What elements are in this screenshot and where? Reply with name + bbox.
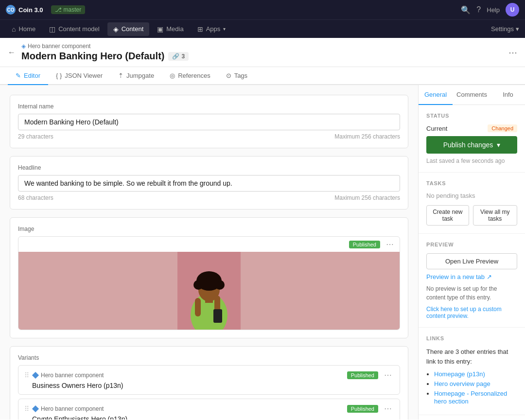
last-saved: Last saved a few seconds ago — [426, 158, 517, 164]
sidebar-tab-general[interactable]: General — [419, 85, 453, 105]
status-changed-badge: Changed — [488, 124, 517, 132]
link-2[interactable]: Homepage - Personalized hero section — [434, 390, 507, 405]
sidebar-tabs: General Comments Info — [419, 85, 525, 105]
variant-type-0: Hero banner component — [33, 372, 104, 379]
tab-json-viewer[interactable]: { } JSON Viewer — [48, 67, 110, 85]
content-icon: ◈ — [113, 25, 119, 33]
image-published-badge: Published — [349, 241, 380, 248]
editor-icon: ✎ — [16, 72, 21, 79]
variant-status-0: Published — [347, 371, 378, 379]
references-icon: ◎ — [170, 72, 175, 79]
status-section: STATUS Current Changed Publish changes ▾… — [419, 105, 525, 173]
variant-title-0: Business Owners Hero (p13n) — [24, 382, 394, 389]
avatar[interactable]: U — [506, 3, 519, 17]
preview-section: PREVIEW Open Live Preview Preview in a n… — [419, 234, 525, 328]
tab-tags[interactable]: ⊙ Tags — [218, 67, 255, 85]
image-more-button[interactable]: ⋯ — [384, 240, 396, 249]
internal-name-input[interactable] — [18, 114, 400, 130]
page-header-info: ◈ Hero banner component Modern Banking H… — [21, 43, 189, 62]
status-row: Current Changed — [426, 124, 517, 132]
more-button[interactable]: ⋯ — [508, 47, 517, 58]
svg-point-7 — [199, 276, 207, 284]
logo[interactable]: CO Coin 3.0 — [6, 5, 43, 15]
link-icon: 🔗 — [172, 53, 179, 60]
sidebar-tab-comments[interactable]: Comments — [453, 85, 491, 105]
right-sidebar: General Comments Info STATUS Current Cha… — [418, 85, 525, 420]
drag-handle-1[interactable]: ⠿ — [24, 405, 29, 413]
topbar-actions: 🔍 ? Help U — [461, 3, 519, 17]
content-area: Internal name 29 characters Maximum 256 … — [0, 85, 418, 420]
variant-item-1: ⠿ Hero banner component Published ⋯ Cryp… — [18, 399, 400, 420]
publish-dropdown-icon: ▾ — [497, 141, 500, 149]
branch-badge[interactable]: ⎇ master — [51, 5, 86, 14]
preview-section-title: PREVIEW — [426, 242, 517, 247]
image-container: Published ⋯ — [18, 236, 400, 330]
topbar: CO Coin 3.0 ⎇ master 🔍 ? Help U — [0, 0, 525, 19]
create-task-button[interactable]: Create new task — [426, 205, 469, 226]
task-actions: Create new task View all my tasks — [426, 205, 517, 226]
image-preview — [18, 252, 400, 330]
main-layout: Internal name 29 characters Maximum 256 … — [0, 85, 525, 420]
breadcrumb-icon: ◈ — [21, 43, 26, 50]
drag-handle-0[interactable]: ⠿ — [24, 371, 29, 379]
home-icon: ⌂ — [12, 25, 16, 33]
logo-icon: CO — [6, 5, 16, 15]
tags-icon: ⊙ — [226, 72, 231, 79]
nav-content[interactable]: ◈ Content — [107, 22, 150, 36]
headline-section: Headline 68 characters Maximum 256 chara… — [10, 156, 408, 210]
link-count-badge[interactable]: 🔗 3 — [168, 52, 189, 61]
variant-icon-1 — [32, 405, 39, 412]
headline-char-count: 68 characters Maximum 256 characters — [18, 194, 400, 201]
breadcrumb: ◈ Hero banner component — [21, 43, 189, 50]
tab-nav: ✎ Editor { } JSON Viewer ⇡ Jumpgate ◎ Re… — [0, 67, 525, 85]
settings-dropdown-icon: ▾ — [516, 25, 519, 33]
apps-icon: ⊞ — [197, 25, 203, 33]
tab-references[interactable]: ◎ References — [162, 67, 218, 85]
svg-point-8 — [211, 276, 219, 284]
links-list: Homepage (p13n) Hero overview page Homep… — [426, 370, 517, 405]
link-1[interactable]: Hero overview page — [434, 380, 490, 387]
help-label: Help — [487, 6, 500, 14]
search-icon[interactable]: 🔍 — [461, 5, 471, 15]
tab-editor[interactable]: ✎ Editor — [8, 67, 48, 85]
svg-rect-11 — [195, 298, 201, 316]
preview-note: No preview is set up for the content typ… — [426, 284, 517, 302]
no-tasks-text: No pending tasks — [426, 192, 517, 199]
nav-media[interactable]: ▣ Media — [151, 22, 189, 36]
help-icon[interactable]: ? — [476, 5, 481, 14]
headline-input[interactable] — [18, 175, 400, 192]
status-current-label: Current — [426, 125, 447, 132]
nav-apps[interactable]: ⊞ Apps ▾ — [192, 22, 232, 36]
variant-header-0: Hero banner component Published ⋯ — [33, 370, 394, 380]
back-button[interactable]: ← — [8, 48, 16, 57]
json-icon: { } — [56, 72, 62, 79]
nav-home[interactable]: ⌂ Home — [6, 22, 41, 36]
view-tasks-button[interactable]: View all my tasks — [473, 205, 517, 226]
link-item-0: Homepage (p13n) — [434, 370, 517, 378]
status-section-title: STATUS — [426, 113, 517, 119]
translation-section: TRANSLATION Multiple locales ▾ en-US Cha… — [419, 415, 525, 420]
tab-jumpgate[interactable]: ⇡ Jumpgate — [110, 67, 162, 85]
open-preview-button[interactable]: Open Live Preview — [426, 253, 517, 269]
variant-type-1: Hero banner component — [33, 405, 104, 412]
sidebar-tab-info[interactable]: Info — [491, 85, 525, 105]
settings-button[interactable]: Settings ▾ — [491, 25, 519, 33]
hero-image-svg — [177, 252, 241, 330]
variant-row-0: ⠿ Hero banner component Published ⋯ — [24, 370, 394, 380]
preview-new-tab-link[interactable]: Preview in a new tab ↗ — [426, 273, 517, 280]
preview-setup-link[interactable]: Click here to set up a custom content pr… — [426, 306, 517, 319]
link-item-1: Hero overview page — [434, 380, 517, 387]
nav-content-model[interactable]: ◫ Content model — [43, 22, 105, 36]
variant-status-1: Published — [347, 405, 378, 413]
media-icon: ▣ — [157, 25, 163, 33]
secondary-nav: ⌂ Home ◫ Content model ◈ Content ▣ Media… — [0, 19, 525, 38]
publish-button[interactable]: Publish changes ▾ — [426, 136, 517, 154]
page-title: Modern Banking Hero (Default) 🔗 3 — [21, 51, 189, 62]
variant-more-1[interactable]: ⋯ — [382, 404, 394, 413]
link-0[interactable]: Homepage (p13n) — [434, 370, 485, 378]
internal-name-char-count: 29 characters Maximum 256 characters — [18, 133, 400, 140]
image-toolbar: Published ⋯ — [18, 237, 400, 252]
variant-header-1: Hero banner component Published ⋯ — [33, 404, 394, 413]
brand-name: Coin 3.0 — [18, 6, 43, 14]
variant-more-0[interactable]: ⋯ — [382, 370, 394, 380]
